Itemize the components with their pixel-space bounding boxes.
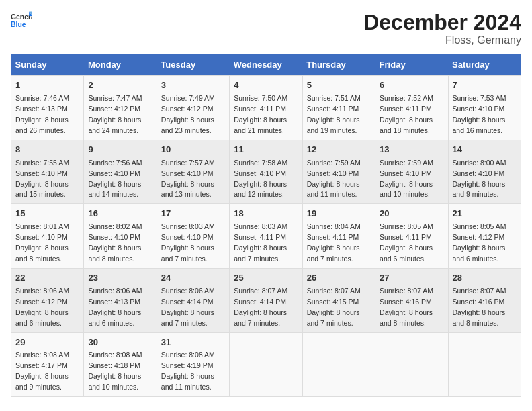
- calendar-cell: 12Sunrise: 7:59 AM Sunset: 4:10 PM Dayli…: [302, 140, 375, 204]
- day-info: Sunrise: 7:52 AM Sunset: 4:11 PM Dayligh…: [380, 94, 433, 134]
- day-info: Sunrise: 8:05 AM Sunset: 4:12 PM Dayligh…: [453, 222, 506, 263]
- header: General Blue December 2024 Floss, German…: [11, 11, 521, 46]
- svg-text:Blue: Blue: [11, 21, 26, 28]
- day-info: Sunrise: 7:51 AM Sunset: 4:11 PM Dayligh…: [307, 94, 361, 134]
- day-number: 19: [307, 208, 371, 220]
- day-info: Sunrise: 8:03 AM Sunset: 4:11 PM Dayligh…: [234, 222, 287, 263]
- day-info: Sunrise: 8:08 AM Sunset: 4:17 PM Dayligh…: [15, 351, 69, 391]
- calendar-cell: 30Sunrise: 8:08 AM Sunset: 4:18 PM Dayli…: [84, 332, 157, 397]
- calendar-cell: 19Sunrise: 8:04 AM Sunset: 4:11 PM Dayli…: [302, 204, 375, 269]
- column-header-monday: Monday: [84, 54, 157, 76]
- day-number: 9: [88, 144, 152, 156]
- day-number: 18: [234, 208, 298, 220]
- day-info: Sunrise: 8:07 AM Sunset: 4:14 PM Dayligh…: [234, 287, 287, 327]
- calendar-cell: 6Sunrise: 7:52 AM Sunset: 4:11 PM Daylig…: [375, 76, 448, 140]
- day-number: 8: [15, 144, 79, 156]
- calendar-cell: 28Sunrise: 8:07 AM Sunset: 4:16 PM Dayli…: [448, 268, 521, 332]
- day-info: Sunrise: 7:55 AM Sunset: 4:10 PM Dayligh…: [15, 158, 69, 199]
- day-info: Sunrise: 7:50 AM Sunset: 4:11 PM Dayligh…: [234, 94, 287, 134]
- day-number: 29: [15, 336, 79, 349]
- day-number: 14: [453, 144, 517, 156]
- day-number: 22: [15, 272, 79, 285]
- day-info: Sunrise: 7:59 AM Sunset: 4:10 PM Dayligh…: [307, 158, 361, 199]
- day-number: 27: [380, 272, 443, 285]
- day-number: 1: [15, 79, 79, 92]
- calendar-cell: 15Sunrise: 8:01 AM Sunset: 4:10 PM Dayli…: [11, 204, 84, 269]
- day-number: 7: [453, 79, 517, 92]
- calendar-cell: 8Sunrise: 7:55 AM Sunset: 4:10 PM Daylig…: [11, 140, 84, 204]
- column-header-sunday: Sunday: [11, 54, 84, 76]
- day-info: Sunrise: 8:02 AM Sunset: 4:10 PM Dayligh…: [88, 222, 142, 263]
- calendar-cell: 21Sunrise: 8:05 AM Sunset: 4:12 PM Dayli…: [448, 204, 521, 269]
- calendar-cell: [448, 332, 521, 397]
- day-info: Sunrise: 7:49 AM Sunset: 4:12 PM Dayligh…: [161, 94, 215, 134]
- title-area: December 2024 Floss, Germany: [363, 11, 521, 46]
- day-info: Sunrise: 8:06 AM Sunset: 4:13 PM Dayligh…: [88, 287, 142, 327]
- calendar-cell: 1Sunrise: 7:46 AM Sunset: 4:13 PM Daylig…: [11, 76, 84, 140]
- day-number: 21: [453, 208, 517, 220]
- day-info: Sunrise: 8:08 AM Sunset: 4:19 PM Dayligh…: [161, 351, 215, 391]
- column-header-thursday: Thursday: [302, 54, 375, 76]
- day-info: Sunrise: 7:53 AM Sunset: 4:10 PM Dayligh…: [453, 94, 506, 134]
- calendar-cell: 22Sunrise: 8:06 AM Sunset: 4:12 PM Dayli…: [11, 268, 84, 332]
- calendar-cell: 13Sunrise: 7:59 AM Sunset: 4:10 PM Dayli…: [375, 140, 448, 204]
- day-info: Sunrise: 8:04 AM Sunset: 4:11 PM Dayligh…: [307, 222, 361, 263]
- day-number: 26: [307, 272, 371, 285]
- day-number: 23: [88, 272, 152, 285]
- calendar-cell: 18Sunrise: 8:03 AM Sunset: 4:11 PM Dayli…: [230, 204, 302, 269]
- calendar-cell: 24Sunrise: 8:06 AM Sunset: 4:14 PM Dayli…: [157, 268, 229, 332]
- calendar-cell: 2Sunrise: 7:47 AM Sunset: 4:12 PM Daylig…: [84, 76, 157, 140]
- calendar-cell: [375, 332, 448, 397]
- calendar-week-row: 8Sunrise: 7:55 AM Sunset: 4:10 PM Daylig…: [11, 140, 521, 204]
- day-number: 25: [234, 272, 298, 285]
- calendar-cell: 4Sunrise: 7:50 AM Sunset: 4:11 PM Daylig…: [230, 76, 302, 140]
- day-number: 16: [88, 208, 152, 220]
- calendar-cell: 31Sunrise: 8:08 AM Sunset: 4:19 PM Dayli…: [157, 332, 229, 397]
- calendar-cell: 5Sunrise: 7:51 AM Sunset: 4:11 PM Daylig…: [302, 76, 375, 140]
- day-number: 20: [380, 208, 443, 220]
- calendar-cell: 14Sunrise: 8:00 AM Sunset: 4:10 PM Dayli…: [448, 140, 521, 204]
- day-info: Sunrise: 7:56 AM Sunset: 4:10 PM Dayligh…: [88, 158, 142, 199]
- calendar-cell: [230, 332, 302, 397]
- day-info: Sunrise: 7:47 AM Sunset: 4:12 PM Dayligh…: [88, 94, 142, 134]
- day-number: 12: [307, 144, 371, 156]
- day-number: 11: [234, 144, 298, 156]
- day-number: 5: [307, 79, 371, 92]
- day-number: 31: [161, 336, 225, 349]
- day-info: Sunrise: 8:06 AM Sunset: 4:12 PM Dayligh…: [15, 287, 69, 327]
- day-info: Sunrise: 8:05 AM Sunset: 4:11 PM Dayligh…: [380, 222, 433, 263]
- calendar-cell: 3Sunrise: 7:49 AM Sunset: 4:12 PM Daylig…: [157, 76, 229, 140]
- day-info: Sunrise: 8:08 AM Sunset: 4:18 PM Dayligh…: [88, 351, 142, 391]
- day-info: Sunrise: 7:59 AM Sunset: 4:10 PM Dayligh…: [380, 158, 433, 199]
- day-number: 13: [380, 144, 443, 156]
- logo: General Blue: [11, 11, 32, 30]
- calendar-cell: [302, 332, 375, 397]
- calendar-table: SundayMondayTuesdayWednesdayThursdayFrid…: [11, 54, 521, 397]
- day-info: Sunrise: 8:00 AM Sunset: 4:10 PM Dayligh…: [453, 158, 506, 199]
- day-info: Sunrise: 7:58 AM Sunset: 4:10 PM Dayligh…: [234, 158, 287, 199]
- day-number: 3: [161, 79, 225, 92]
- calendar-cell: 26Sunrise: 8:07 AM Sunset: 4:15 PM Dayli…: [302, 268, 375, 332]
- column-header-tuesday: Tuesday: [157, 54, 229, 76]
- calendar-week-row: 1Sunrise: 7:46 AM Sunset: 4:13 PM Daylig…: [11, 76, 521, 140]
- calendar-cell: 16Sunrise: 8:02 AM Sunset: 4:10 PM Dayli…: [84, 204, 157, 269]
- day-info: Sunrise: 8:03 AM Sunset: 4:10 PM Dayligh…: [161, 222, 215, 263]
- day-info: Sunrise: 7:46 AM Sunset: 4:13 PM Dayligh…: [15, 94, 69, 134]
- calendar-cell: 29Sunrise: 8:08 AM Sunset: 4:17 PM Dayli…: [11, 332, 84, 397]
- day-number: 6: [380, 79, 443, 92]
- calendar-header-row: SundayMondayTuesdayWednesdayThursdayFrid…: [11, 54, 521, 76]
- day-number: 24: [161, 272, 225, 285]
- calendar-week-row: 15Sunrise: 8:01 AM Sunset: 4:10 PM Dayli…: [11, 204, 521, 269]
- day-info: Sunrise: 8:07 AM Sunset: 4:16 PM Dayligh…: [380, 287, 433, 327]
- generalblue-logo-icon: General Blue: [11, 11, 32, 30]
- day-number: 10: [161, 144, 225, 156]
- calendar-week-row: 22Sunrise: 8:06 AM Sunset: 4:12 PM Dayli…: [11, 268, 521, 332]
- calendar-cell: 9Sunrise: 7:56 AM Sunset: 4:10 PM Daylig…: [84, 140, 157, 204]
- calendar-cell: 20Sunrise: 8:05 AM Sunset: 4:11 PM Dayli…: [375, 204, 448, 269]
- calendar-cell: 7Sunrise: 7:53 AM Sunset: 4:10 PM Daylig…: [448, 76, 521, 140]
- day-info: Sunrise: 8:07 AM Sunset: 4:15 PM Dayligh…: [307, 287, 361, 327]
- day-info: Sunrise: 8:07 AM Sunset: 4:16 PM Dayligh…: [453, 287, 506, 327]
- day-number: 17: [161, 208, 225, 220]
- day-info: Sunrise: 7:57 AM Sunset: 4:10 PM Dayligh…: [161, 158, 215, 199]
- calendar-cell: 10Sunrise: 7:57 AM Sunset: 4:10 PM Dayli…: [157, 140, 229, 204]
